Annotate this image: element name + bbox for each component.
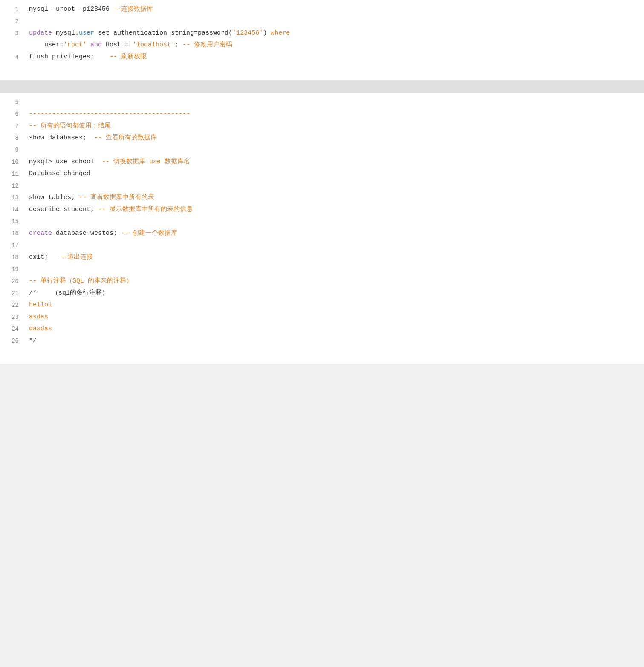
- code-line-17: 17: [0, 240, 644, 251]
- code-line-18: 18 exit; --退出连接: [0, 251, 644, 263]
- code-line-5: 5: [0, 96, 644, 108]
- code-line-6: 6 --------------------------------------…: [0, 108, 644, 120]
- line-number-16: 16: [0, 228, 26, 240]
- code-line-19: 19: [0, 263, 644, 275]
- code-line-25: 25 */: [0, 335, 644, 347]
- line-number-8: 8: [0, 132, 26, 144]
- line-number-25: 25: [0, 335, 26, 347]
- line-number-12: 12: [0, 180, 26, 192]
- line-content-16: create database westos; -- 创建一个数据库: [26, 228, 644, 240]
- code-line-21: 21 /* （sql的多行注释）: [0, 287, 644, 299]
- line-content-3: update mysql.user set authentication_str…: [26, 27, 644, 39]
- line-content-6: ----------------------------------------…: [26, 108, 644, 120]
- code-line-1: 1 mysql -uroot -p123456 --连接数据库: [0, 3, 644, 15]
- line-number-24: 24: [0, 323, 26, 335]
- code-line-20: 20 -- 单行注释（SQL 的本来的注释）: [0, 275, 644, 287]
- code-line-11: 11 Database changed: [0, 168, 644, 180]
- line-number-14: 14: [0, 204, 26, 216]
- code-line-7: 7 -- 所有的语句都使用；结尾: [0, 120, 644, 132]
- code-block-2: 5 6 ------------------------------------…: [0, 93, 644, 364]
- line-number-20: 20: [0, 275, 26, 287]
- code-line-2: 2: [0, 15, 644, 27]
- line-number-11: 11: [0, 168, 26, 180]
- line-number-15: 15: [0, 216, 26, 228]
- line-content-14: describe student; -- 显示数据库中所有的表的信息: [26, 204, 644, 216]
- line-content-11: Database changed: [26, 168, 644, 180]
- line-number-21: 21: [0, 287, 26, 299]
- line-content-10: mysql> use school -- 切换数据库 use 数据库名: [26, 156, 644, 168]
- code-line-16: 16 create database westos; -- 创建一个数据库: [0, 228, 644, 240]
- code-line-23: 23 asdas: [0, 311, 644, 323]
- line-content-4: flush privileges; -- 刷新权限: [26, 51, 644, 63]
- line-number-5: 5: [0, 96, 26, 108]
- line-number-2: 2: [0, 15, 26, 27]
- line-content-1: mysql -uroot -p123456 --连接数据库: [26, 3, 644, 15]
- line-content-7: -- 所有的语句都使用；结尾: [26, 120, 644, 132]
- line-number-18: 18: [0, 251, 26, 263]
- line-number-22: 22: [0, 299, 26, 311]
- line-number-6: 6: [0, 108, 26, 120]
- code-line-15: 15: [0, 216, 644, 228]
- line-number-7: 7: [0, 120, 26, 132]
- line-number-10: 10: [0, 156, 26, 168]
- code-line-13: 13 show tables; -- 查看数据库中所有的表: [0, 192, 644, 204]
- line-content-13: show tables; -- 查看数据库中所有的表: [26, 192, 644, 204]
- code-line-14: 14 describe student; -- 显示数据库中所有的表的信息: [0, 204, 644, 216]
- line-number-3: 3: [0, 27, 26, 39]
- code-line-8: 8 show databases; -- 查看所有的数据库: [0, 132, 644, 144]
- code-line-24: 24 dasdas: [0, 323, 644, 335]
- line-content-18: exit; --退出连接: [26, 251, 644, 263]
- line-number-1: 1: [0, 3, 26, 15]
- code-line-10: 10 mysql> use school -- 切换数据库 use 数据库名: [0, 156, 644, 168]
- line-content-8: show databases; -- 查看所有的数据库: [26, 132, 644, 144]
- line-number-9: 9: [0, 144, 26, 156]
- line-content-25: */: [26, 335, 644, 347]
- line-content-3b: user='root' and Host = 'localhost'; -- 修…: [26, 39, 644, 51]
- separator: [0, 80, 644, 93]
- line-number-19: 19: [0, 263, 26, 275]
- line-number-17: 17: [0, 240, 26, 251]
- line-content-20: -- 单行注释（SQL 的本来的注释）: [26, 275, 644, 287]
- line-content-23: asdas: [26, 311, 644, 323]
- code-line-12: 12: [0, 180, 644, 192]
- code-line-3: 3 update mysql.user set authentication_s…: [0, 27, 644, 39]
- line-content-22: helloi: [26, 299, 644, 311]
- code-block-1: 1 mysql -uroot -p123456 --连接数据库 2 3 upda…: [0, 0, 644, 80]
- code-line-4: 4 flush privileges; -- 刷新权限: [0, 51, 644, 63]
- line-number-23: 23: [0, 311, 26, 323]
- code-line-3b: user='root' and Host = 'localhost'; -- 修…: [0, 39, 644, 51]
- line-number-13: 13: [0, 192, 26, 204]
- code-line-22: 22 helloi: [0, 299, 644, 311]
- line-content-21: /* （sql的多行注释）: [26, 287, 644, 299]
- line-content-24: dasdas: [26, 323, 644, 335]
- line-number-4: 4: [0, 51, 26, 63]
- code-line-9: 9: [0, 144, 644, 156]
